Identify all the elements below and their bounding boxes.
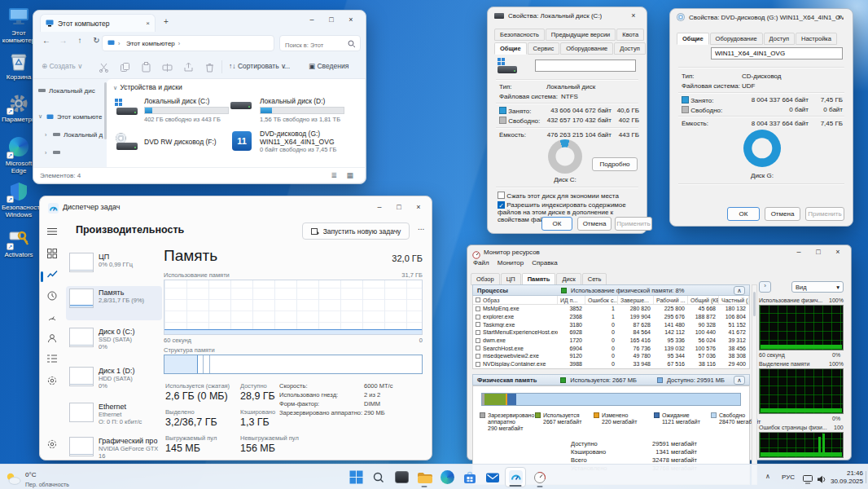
maximize-button[interactable]: □ <box>322 11 341 29</box>
close-button[interactable]: × <box>341 11 361 29</box>
table-header-row[interactable]: Образ ИД п... Ошибок с... Заверше... Раб… <box>473 296 749 305</box>
users-icon[interactable] <box>46 333 59 346</box>
perf-card-ethernet[interactable]: EthernetEthernetО: 0 П: 0 кбит/с <box>66 400 162 436</box>
menu-icon[interactable] <box>46 227 59 240</box>
col-hard-faults[interactable]: Ошибок с... <box>585 296 618 304</box>
more-button[interactable]: ... <box>284 62 290 70</box>
volume-label-input[interactable] <box>711 47 843 59</box>
outlook-button[interactable] <box>482 467 503 487</box>
services-icon[interactable] <box>46 376 59 389</box>
physical-memory-section-header[interactable]: Физическая память Используется: 2667 МБ … <box>472 374 750 385</box>
language-indicator[interactable]: РУС <box>782 474 795 481</box>
view-dropdown[interactable]: Вид▾ <box>791 281 844 293</box>
col-shareable[interactable]: Общий (КБ) <box>688 296 719 304</box>
sidebar-item-local-disk-c[interactable]: ›Локальный д <box>45 128 110 141</box>
tab-close-icon[interactable]: × <box>146 20 150 27</box>
breadcrumb-item[interactable]: Этот компьютер <box>126 40 175 47</box>
tab-general[interactable]: Общие <box>494 42 527 55</box>
sidebar-item-pinned-drive[interactable]: Локальный дис <box>38 84 103 97</box>
details-pane-button[interactable]: ▣ Сведения <box>309 62 349 70</box>
process-row[interactable]: StartMenuExperienceHost.exe 6928 0 84 56… <box>473 328 749 337</box>
explorer-tab[interactable]: Этот компьютер × <box>40 14 156 32</box>
resource-monitor-button[interactable] <box>529 467 550 487</box>
checkbox-checked[interactable]: ✓ <box>498 201 505 209</box>
group-header[interactable]: ∨ Устройства и диски <box>113 83 182 91</box>
processes-section-header[interactable]: Процессы Использование физической памяти… <box>472 284 750 296</box>
minimize-button[interactable]: – <box>302 11 322 29</box>
col-image[interactable]: Образ <box>473 296 558 304</box>
process-checkbox[interactable] <box>476 362 480 367</box>
process-checkbox[interactable] <box>476 330 480 335</box>
apply-button[interactable]: Применить <box>805 207 844 221</box>
performance-icon[interactable] <box>46 270 59 283</box>
search-input[interactable] <box>280 38 345 53</box>
details-icon[interactable] <box>46 355 59 368</box>
sidebar-item-this-pc[interactable]: ∨Этот компьюте <box>38 110 103 123</box>
desktop-icon-edge[interactable]: ↗ Microsoft Edge <box>2 137 36 174</box>
desktop-icon-windows-security[interactable]: ↗ Безопасность Windows <box>2 181 36 218</box>
close-button[interactable]: × <box>409 198 428 216</box>
tab-sharing[interactable]: Доступ <box>614 42 645 55</box>
process-row[interactable]: MsMpEng.exe 3852 1 280 820 225 800 45 66… <box>473 305 749 313</box>
file-explorer-button[interactable] <box>414 467 435 487</box>
app-history-icon[interactable] <box>46 291 59 304</box>
process-checkbox[interactable] <box>476 354 480 359</box>
weather-widget[interactable]: 0°CПер. облачность <box>5 469 69 488</box>
new-button[interactable]: ⊕ Создать ∨ <box>42 62 82 70</box>
breadcrumb[interactable]: › Этот компьютер › <box>102 35 274 51</box>
refresh-icon[interactable]: ↻ <box>90 36 103 45</box>
share-icon[interactable] <box>183 61 194 76</box>
checkbox-unchecked[interactable] <box>498 192 505 199</box>
perf-card-memory[interactable]: Память2,8/31,7 ГБ (9%) <box>66 286 162 320</box>
cancel-button[interactable]: Отмена <box>765 207 800 221</box>
perf-card-disk1[interactable]: Диск 1 (D:)HDD (SATA)0% <box>66 364 162 402</box>
tab-customize[interactable]: Настройка <box>796 33 837 45</box>
cancel-button[interactable]: Отмена <box>577 217 612 231</box>
desktop-icon-recycle-bin[interactable]: Корзина <box>2 51 36 81</box>
desktop-icon-settings[interactable]: ↗ Параметры <box>2 93 36 123</box>
process-row[interactable]: Taskmgr.exe 3180 0 87 628 141 480 90 328… <box>473 320 749 328</box>
tab-overview[interactable]: Обзор <box>471 273 500 285</box>
process-row[interactable]: NVDisplay.Container.exe 3988 0 33 948 67… <box>473 360 749 368</box>
tab-hardware[interactable]: Оборудование <box>560 42 613 55</box>
new-tab-button[interactable]: + <box>164 17 169 26</box>
menu-monitor[interactable]: Монитор <box>498 259 524 267</box>
collapse-chevron-icon[interactable]: ∧ <box>734 376 745 385</box>
show-desktop-divider[interactable] <box>866 471 866 483</box>
process-checkbox[interactable] <box>476 315 480 319</box>
search-button[interactable] <box>368 467 389 487</box>
maximize-button[interactable]: □ <box>809 245 828 258</box>
col-working-set[interactable]: Рабочий ... <box>654 296 688 304</box>
desktop-icon-activators[interactable]: ↗ Activators <box>2 228 36 258</box>
tab-sharing[interactable]: Доступ <box>764 33 795 45</box>
network-icon[interactable] <box>803 473 813 487</box>
start-button[interactable] <box>345 467 366 487</box>
process-checkbox[interactable] <box>476 322 480 327</box>
col-private[interactable]: Частный (... <box>719 296 749 304</box>
app-dark-button[interactable] <box>391 467 412 487</box>
select-all-checkbox[interactable] <box>476 297 480 302</box>
process-row[interactable]: SearchHost.exe 6904 0 76 736 139 032 100… <box>473 344 749 352</box>
left-panel-scrollbar[interactable] <box>752 284 757 485</box>
menu-help[interactable]: Справка <box>532 259 557 267</box>
tab-hardware[interactable]: Оборудование <box>710 33 763 45</box>
perf-card-gpu[interactable]: Графический проNVIDIA GeForce GTX 160% <box>66 434 162 460</box>
settings-icon[interactable] <box>46 439 59 452</box>
edge-button[interactable] <box>436 467 458 487</box>
perf-card-cpu[interactable]: ЦП0% 0,99 ГГц <box>66 250 162 283</box>
delete-icon[interactable] <box>204 61 215 76</box>
cut-icon[interactable] <box>99 61 109 76</box>
rename-icon[interactable] <box>162 61 173 76</box>
large-icons-view-icon[interactable]: ▦ <box>346 171 353 179</box>
paste-icon[interactable] <box>141 61 151 76</box>
details-button[interactable]: Подробно <box>592 157 638 171</box>
tab-disk[interactable]: Диск <box>556 273 581 285</box>
sidebar-item-local-disk-d[interactable]: › <box>45 146 110 159</box>
minimize-button[interactable]: – <box>789 245 809 258</box>
desktop-icon-this-pc[interactable]: Этот компьютер <box>2 7 36 44</box>
tab-network[interactable]: Сеть <box>582 273 607 285</box>
tab-tools[interactable]: Сервис <box>528 42 560 55</box>
up-icon[interactable]: ↑ <box>73 36 86 45</box>
tab-memory[interactable]: Память <box>522 273 556 285</box>
col-pid[interactable]: ИД п... <box>558 296 585 304</box>
